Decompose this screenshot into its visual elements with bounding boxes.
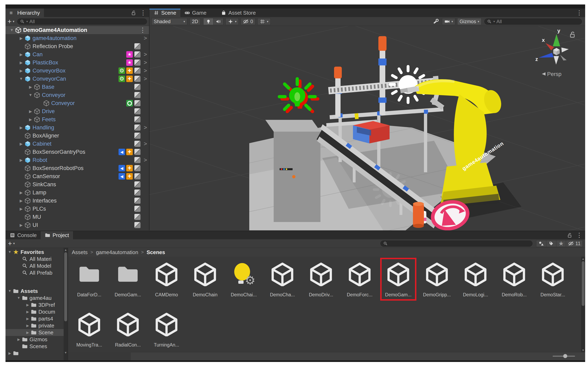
scene-camera-button[interactable]: ▾ (442, 18, 455, 25)
expander-icon[interactable]: ▶ (18, 158, 25, 162)
thumbnail-size-slider[interactable] (553, 356, 575, 357)
tree-caret-icon[interactable]: ▶ (25, 303, 31, 307)
expander-icon[interactable]: ▶ (27, 85, 34, 89)
override-toggle-icon[interactable] (134, 76, 141, 82)
expander-icon[interactable]: ▶ (27, 109, 34, 114)
asset-demochai-[interactable]: ⚙DemoChai... (227, 259, 260, 299)
tree-caret-icon[interactable]: ▼ (7, 289, 13, 293)
project-tree-item-private[interactable]: ▶private (6, 322, 68, 329)
hierarchy-item-boxsensorgantrypos[interactable]: BoxSensorGantryPos◀+ (6, 148, 149, 156)
panel-menu-icon[interactable]: ⋮ (576, 232, 582, 238)
tree-scrollbar[interactable]: ▲ ▼ (64, 248, 68, 360)
override-toggle-icon[interactable] (134, 108, 141, 114)
hierarchy-item-game4automation[interactable]: ▶game4automation> (6, 34, 149, 42)
panel-lock-icon[interactable] (567, 232, 573, 238)
expander-icon[interactable]: ▶ (18, 52, 25, 57)
override-toggle-icon[interactable] (134, 100, 141, 106)
expander-icon[interactable]: ▼ (27, 93, 34, 97)
asset-turningan-[interactable]: TurningAn... (150, 309, 183, 349)
override-toggle-icon[interactable] (134, 206, 141, 212)
override-toggle-icon[interactable] (134, 198, 141, 204)
project-tree-item-all-materi[interactable]: All Materi (6, 255, 68, 262)
hierarchy-item-handling[interactable]: ▶Handling> (6, 124, 149, 132)
override-toggle-icon[interactable] (134, 133, 141, 139)
override-toggle-icon[interactable] (134, 84, 141, 90)
asset-demologi-[interactable]: DemoLogi... (459, 259, 492, 299)
scene-menu-icon[interactable]: ⋮ (140, 26, 146, 34)
override-toggle-icon[interactable] (134, 181, 141, 188)
scene-lighting-button[interactable] (203, 18, 214, 25)
override-toggle-icon[interactable] (134, 125, 141, 131)
project-search-input[interactable] (380, 240, 532, 246)
expander-icon[interactable]: ▶ (18, 207, 25, 211)
prefab-open-chevron[interactable]: > (144, 124, 147, 132)
hierarchy-item-reflection-probe[interactable]: Reflection Probe (6, 42, 149, 50)
plastic-box-object[interactable] (353, 121, 390, 143)
scroll-up-icon[interactable]: ▲ (581, 257, 585, 261)
asset-demodriv-[interactable]: DemoDriv... (304, 259, 338, 299)
tab-asset-store[interactable]: Asset Store (217, 8, 260, 17)
tools-wrench-icon[interactable] (433, 18, 439, 25)
axis-x-label[interactable]: x (542, 37, 545, 43)
override-toggle-icon[interactable] (134, 149, 141, 155)
breadcrumb-game4automation[interactable]: game4automation (96, 249, 138, 255)
scene-viewport[interactable]: game4automation y x z Persp (150, 26, 585, 230)
axis-y-label[interactable]: y (557, 28, 560, 34)
tree-caret-icon[interactable]: ▶ (25, 330, 31, 335)
grid-scrollbar[interactable]: ▲ ▼ (581, 257, 585, 352)
tree-caret-icon[interactable]: ▶ (25, 323, 31, 328)
panel-menu-icon[interactable]: ⋮ (140, 10, 146, 16)
prefab-open-chevron[interactable]: > (144, 156, 147, 164)
hierarchy-item-drive[interactable]: ▶Drive (6, 107, 149, 115)
project-tree-item-docum[interactable]: ▶Docum (6, 308, 68, 315)
override-toggle-icon[interactable] (134, 92, 141, 98)
search-by-label-button[interactable] (546, 240, 556, 247)
override-toggle-icon[interactable] (134, 157, 141, 163)
hierarchy-item-conveyor[interactable]: ▼Conveyor (6, 91, 149, 99)
asset-demogam-[interactable]: DemoGam... (382, 259, 415, 299)
hierarchy-item-plasticbox[interactable]: ▶PlasticBox★> (6, 58, 149, 67)
project-tree-item-assets[interactable]: ▼Assets (6, 288, 68, 295)
hierarchy-item-can[interactable]: ▶Can★> (6, 50, 149, 58)
tab-hierarchy[interactable]: ≡ Hierarchy (6, 8, 44, 17)
breadcrumb-scenes[interactable]: Scenes (147, 249, 165, 255)
hierarchy-item-cabinet[interactable]: ▶Cabinet> (6, 140, 149, 148)
project-tree-item-favorites[interactable]: ▼★Favorites (6, 249, 68, 255)
hierarchy-search-input[interactable]: ▾ All (17, 19, 147, 25)
tab-game[interactable]: Game (180, 8, 211, 17)
asset-movingtra-[interactable]: MovingTra... (72, 309, 106, 349)
hierarchy-item-boxsensorrobotpos[interactable]: BoxSensorRobotPos◀+ (6, 164, 149, 172)
override-toggle-icon[interactable] (134, 173, 141, 179)
axis-z-label[interactable]: z (535, 56, 538, 62)
scene-root-row[interactable]: ▼ DemoGame4Automation ⋮ (6, 26, 149, 34)
shading-mode-dropdown[interactable]: Shaded ▾ (151, 18, 187, 25)
project-tree-item-all-prefab[interactable]: All Prefab (6, 269, 68, 276)
override-toggle-icon[interactable] (134, 68, 141, 74)
scene-audio-button[interactable] (214, 18, 223, 25)
hidden-assets-button[interactable]: 11 (566, 240, 583, 247)
override-toggle-icon[interactable] (134, 43, 141, 49)
override-toggle-icon[interactable] (134, 51, 141, 57)
toggle-2d-button[interactable]: 2D (190, 18, 201, 25)
project-tree-item[interactable]: ▶ (6, 350, 68, 357)
asset-demogripp-[interactable]: DemoGripp... (420, 259, 454, 299)
expander-icon[interactable]: ▶ (18, 125, 25, 130)
projection-mode-label[interactable]: Persp (547, 71, 562, 77)
expander-icon[interactable]: ▼ (18, 77, 25, 81)
prefab-open-chevron[interactable]: > (144, 140, 147, 148)
hierarchy-item-interfaces[interactable]: ▶Interfaces (6, 197, 149, 205)
hierarchy-item-ui[interactable]: ▶UI (6, 221, 149, 229)
prefab-open-chevron[interactable]: > (144, 50, 147, 58)
project-tree-item-gizmos[interactable]: ▶Gizmos (6, 336, 68, 343)
hierarchy-item-robot[interactable]: ▶Robot> (6, 156, 149, 164)
tree-caret-icon[interactable]: ▶ (25, 317, 31, 321)
tree-caret-icon[interactable]: ▼ (7, 250, 13, 254)
expander-icon[interactable]: ▶ (18, 69, 25, 73)
hierarchy-item-plcs[interactable]: ▶PLCs (6, 205, 149, 213)
project-tree-item-game4au[interactable]: ▼game4au (6, 295, 68, 302)
scene-panel-menu-icon[interactable]: ⋮ (576, 10, 582, 16)
asset-demochain[interactable]: DemoChain (188, 259, 222, 299)
hierarchy-item-cansensor[interactable]: CanSensor◀+ (6, 172, 149, 180)
tab-project[interactable]: Project (41, 231, 73, 239)
override-toggle-icon[interactable] (134, 190, 141, 196)
